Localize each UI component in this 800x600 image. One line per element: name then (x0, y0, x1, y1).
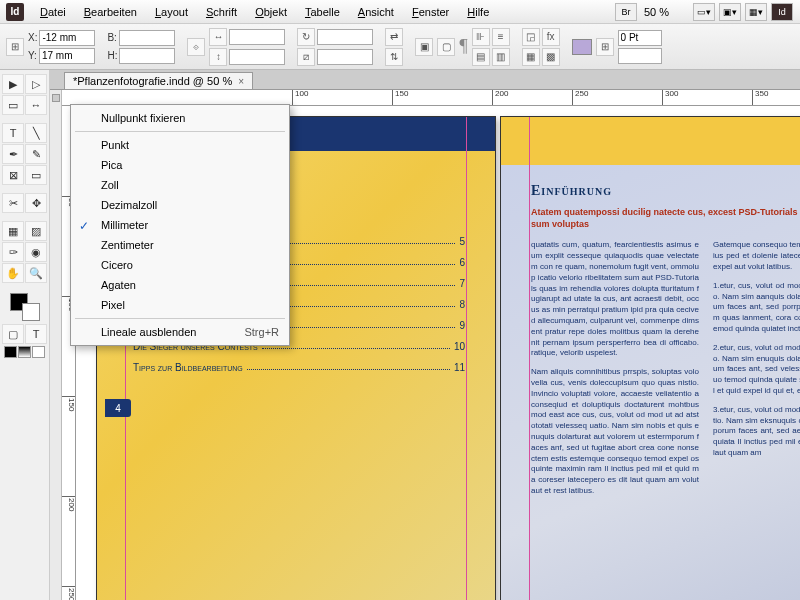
shear-icon[interactable]: ⧄ (297, 48, 315, 66)
ruler-tick: 150 (392, 90, 408, 106)
menu-item[interactable]: Dezimalzoll (71, 195, 289, 215)
menu-objekt[interactable]: Objekt (247, 3, 295, 21)
menu-item[interactable]: Punkt (71, 135, 289, 155)
fx-icon[interactable]: fx (542, 28, 560, 46)
menu-hilfe[interactable]: Hilfe (459, 3, 497, 21)
gradient-tool[interactable]: ▨ (25, 221, 47, 241)
w-label: B: (107, 32, 116, 43)
align-icon[interactable]: ≡ (492, 28, 510, 46)
menu-fenster[interactable]: Fenster (404, 3, 457, 21)
close-tab-icon[interactable]: × (238, 76, 244, 87)
note-tool[interactable]: ✑ (2, 242, 24, 262)
opt1-icon[interactable]: ▦ (522, 48, 540, 66)
stroke-weight-input[interactable] (618, 30, 662, 46)
menu-item[interactable]: Zentimeter (71, 235, 289, 255)
guide[interactable] (529, 117, 530, 600)
gradient-swatch-tool[interactable]: ▦ (2, 221, 24, 241)
page-right[interactable]: Einführung Atatem quatempossi ducilig na… (500, 116, 800, 600)
page-tool[interactable]: ▭ (2, 95, 24, 115)
color-mode-row[interactable] (4, 346, 45, 358)
menu-tabelle[interactable]: Tabelle (297, 3, 348, 21)
rotate-input[interactable] (317, 29, 373, 45)
menu-layout[interactable]: Layout (147, 3, 196, 21)
pen-tool[interactable]: ✒ (2, 144, 24, 164)
pencil-tool[interactable]: ✎ (25, 144, 47, 164)
menu-separator (75, 131, 285, 132)
toolbox: ▶▷ ▭↔ T╲ ✒✎ ⊠▭ ✂✥ ▦▨ ✑◉ ✋🔍 ▢T (0, 70, 50, 600)
gap-tool[interactable]: ↔ (25, 95, 47, 115)
view-mode-icon[interactable]: ▭▾ (693, 3, 715, 21)
ruler-tick: 200 (62, 496, 76, 511)
arrange-icon[interactable]: ▦▾ (745, 3, 767, 21)
type-tool[interactable]: T (2, 123, 24, 143)
menu-item[interactable]: Agaten (71, 275, 289, 295)
page-header-box (501, 117, 800, 165)
dock-grip-icon (52, 94, 60, 102)
constrain-icon[interactable]: ⟐ (187, 38, 205, 56)
flip-h-icon[interactable]: ⇄ (385, 28, 403, 46)
screen-mode-icon[interactable]: ▣▾ (719, 3, 741, 21)
scale-x-input[interactable] (229, 29, 285, 45)
body-column-1: quatatis cum, quatum, fearcientiestis as… (531, 240, 699, 504)
selection-tool[interactable]: ▶ (2, 74, 24, 94)
menu-item[interactable]: Nullpunkt fixieren (71, 108, 289, 128)
y-input[interactable] (39, 48, 95, 64)
hand-tool[interactable]: ✋ (2, 263, 24, 283)
shear-input[interactable] (317, 49, 373, 65)
select-content-icon[interactable]: ▢ (437, 38, 455, 56)
guide[interactable] (466, 117, 467, 600)
rect-frame-tool[interactable]: ⊠ (2, 165, 24, 185)
menu-bearbeiten[interactable]: Bearbeiten (76, 3, 145, 21)
stroke-swap-icon[interactable]: ⊞ (596, 38, 614, 56)
zoom-level[interactable]: 50 % (640, 6, 690, 18)
document-tab-title: *Pflanzenfotografie.indd @ 50 % (73, 75, 232, 87)
select-parent-icon[interactable]: ▣ (415, 38, 433, 56)
rotate-icon[interactable]: ↻ (297, 28, 315, 46)
ruler-tick: 150 (62, 396, 76, 411)
menu-datei[interactable]: Datei (32, 3, 74, 21)
document-tab[interactable]: *Pflanzenfotografie.indd @ 50 % × (64, 72, 253, 89)
control-bar: ⊞ X: Y: B: H: ⟐ ↔ ↕ ↻ ⧄ ⇄ ⇅ ▣ ▢ ¶ ⊪≡ ▤▥ … (0, 24, 800, 70)
apply-container-icon[interactable]: ▢ (2, 324, 24, 344)
check-icon: ✓ (79, 219, 89, 233)
line-tool[interactable]: ╲ (25, 123, 47, 143)
anchor-proxy-icon[interactable]: ⊞ (6, 38, 24, 56)
rect-tool[interactable]: ▭ (25, 165, 47, 185)
eyedropper-tool[interactable]: ◉ (25, 242, 47, 262)
scale-y-input[interactable] (229, 49, 285, 65)
transform-tool[interactable]: ✥ (25, 193, 47, 213)
menu-item[interactable]: Lineale ausblendenStrg+R (71, 322, 289, 342)
menu-item[interactable]: Zoll (71, 175, 289, 195)
bridge-button[interactable]: Br (615, 3, 637, 21)
flip-v-icon[interactable]: ⇅ (385, 48, 403, 66)
fill-stroke-swatch[interactable] (10, 293, 40, 321)
menu-item[interactable]: Pixel (71, 295, 289, 315)
apply-text-icon[interactable]: T (25, 324, 47, 344)
toc-line: Tipps zur Bildbearbeitung11 (133, 362, 465, 373)
scale-x-icon[interactable]: ↔ (209, 28, 227, 46)
panel-dock-left[interactable] (50, 90, 62, 600)
zoom-tool[interactable]: 🔍 (25, 263, 47, 283)
menu-schrift[interactable]: Schrift (198, 3, 245, 21)
stroke-style-input[interactable] (618, 48, 662, 64)
wrap1-icon[interactable]: ▤ (472, 48, 490, 66)
fill-swatch[interactable] (572, 39, 592, 55)
menu-item[interactable]: ✓Millimeter (71, 215, 289, 235)
wrap2-icon[interactable]: ▥ (492, 48, 510, 66)
corner-icon[interactable]: ◲ (522, 28, 540, 46)
scissors-tool[interactable]: ✂ (2, 193, 24, 213)
w-input[interactable] (119, 30, 175, 46)
menu-bar: Id Datei Bearbeiten Layout Schrift Objek… (0, 0, 800, 24)
menu-item[interactable]: Pica (71, 155, 289, 175)
h-input[interactable] (119, 48, 175, 64)
scale-y-icon[interactable]: ↕ (209, 48, 227, 66)
paragraph-icon[interactable]: ¶ (459, 36, 467, 57)
dist-icon[interactable]: ⊪ (472, 28, 490, 46)
x-input[interactable] (39, 30, 95, 46)
document-tab-bar: *Pflanzenfotografie.indd @ 50 % × (50, 70, 800, 90)
menu-item[interactable]: Cicero (71, 255, 289, 275)
menu-ansicht[interactable]: Ansicht (350, 3, 402, 21)
ruler-tick: 200 (492, 90, 508, 106)
direct-selection-tool[interactable]: ▷ (25, 74, 47, 94)
opt2-icon[interactable]: ▩ (542, 48, 560, 66)
